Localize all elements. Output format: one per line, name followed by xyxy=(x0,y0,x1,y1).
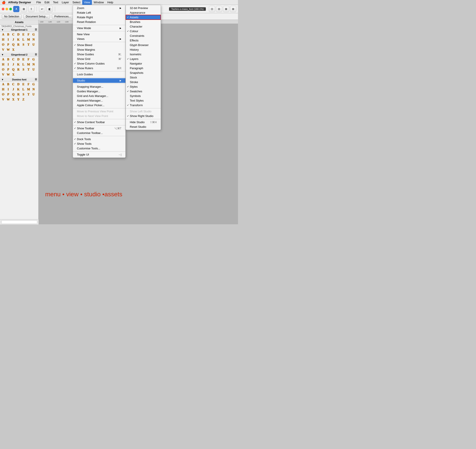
studio-hide-studio[interactable]: Hide Studio ⇧⌘H xyxy=(126,120,161,124)
letter-S-gb2[interactable]: S xyxy=(21,67,26,72)
letter-U-gb1[interactable]: U xyxy=(31,42,36,47)
letter-X-gb2[interactable]: X xyxy=(11,72,16,77)
letter-Z-dom[interactable]: Z xyxy=(21,97,26,102)
letter-P-gb2[interactable]: P xyxy=(6,67,11,72)
letter-O-dom[interactable]: O xyxy=(1,92,6,97)
menu-show-rulers[interactable]: ✓ Show Rulers ⌘R xyxy=(73,66,125,71)
letter-O-gb2[interactable]: O xyxy=(1,67,6,72)
letter-T-dom[interactable]: T xyxy=(26,92,31,97)
letter-J-gb2[interactable]: J xyxy=(11,62,16,67)
letter-H-gb1[interactable]: H xyxy=(1,37,6,42)
menu-new-view[interactable]: New View xyxy=(73,32,125,37)
letter-U-dom[interactable]: U xyxy=(31,92,36,97)
studio-styles[interactable]: ✓ Styles xyxy=(126,84,161,89)
studio-32bit-preview[interactable]: 32-bit Preview xyxy=(126,6,161,10)
letter-F-gb2[interactable]: F xyxy=(26,57,31,62)
studio-isometric[interactable]: Isometric xyxy=(126,52,161,57)
menu-lock-guides[interactable]: Lock Guides xyxy=(73,72,125,77)
minimize-button[interactable] xyxy=(6,8,8,10)
studio-symbols[interactable]: Symbols xyxy=(126,94,161,98)
menu-show-guides[interactable]: Show Guides ⌘; xyxy=(73,52,125,57)
letter-S-gb1[interactable]: S xyxy=(21,42,26,47)
letter-A-dom[interactable]: A xyxy=(1,82,6,87)
letter-X-gb1[interactable]: X xyxy=(11,47,16,52)
studio-constraints[interactable]: Constraints xyxy=(126,34,161,38)
letter-K-gb1[interactable]: K xyxy=(16,37,21,42)
studio-navigator[interactable]: Navigator xyxy=(126,61,161,66)
letter-M-dom[interactable]: M xyxy=(26,87,31,92)
menu-reset-rotation[interactable]: Reset Rotation xyxy=(73,20,125,24)
letter-B-gb2[interactable]: B xyxy=(6,57,11,62)
letter-L-dom[interactable]: L xyxy=(21,87,26,92)
close-button[interactable] xyxy=(2,8,4,10)
letter-I-gb2[interactable]: I xyxy=(6,62,11,67)
preferences-btn[interactable]: Preferences... xyxy=(52,14,73,19)
studio-history[interactable]: History xyxy=(126,47,161,52)
studio-stroke[interactable]: Stroke xyxy=(126,80,161,84)
menu-views[interactable]: Views ▶ xyxy=(73,37,125,41)
share-button[interactable]: ⇪ xyxy=(28,6,34,12)
letter-F-gb1[interactable]: F xyxy=(26,32,31,37)
letter-D-gb2[interactable]: D xyxy=(16,57,21,62)
studio-layers[interactable]: ✓ Layers xyxy=(126,57,161,61)
letter-F-dom[interactable]: F xyxy=(26,82,31,87)
letter-N-gb2[interactable]: N xyxy=(31,62,36,67)
menu-customise-toolbar[interactable]: Customise Toolbar... xyxy=(73,131,125,135)
menubar-layer[interactable]: Layer xyxy=(60,0,71,5)
studio-brushes[interactable]: Brushes xyxy=(126,20,161,24)
letter-P-gb1[interactable]: P xyxy=(6,42,11,47)
letter-R-gb2[interactable]: R xyxy=(16,67,21,72)
menu-dock-tools[interactable]: ✓ Dock Tools xyxy=(73,137,125,141)
studio-colour[interactable]: ✓ Colour xyxy=(126,29,161,34)
letter-I-dom[interactable]: I xyxy=(6,87,11,92)
menu-rotate-left[interactable]: Rotate Left xyxy=(73,10,125,15)
menu-show-bleed[interactable]: ✓ Show Bleed xyxy=(73,43,125,47)
letter-R-dom[interactable]: R xyxy=(16,92,21,97)
letter-K-gb2[interactable]: K xyxy=(16,62,21,67)
letter-H-dom[interactable]: H xyxy=(1,87,6,92)
letter-A-gb2[interactable]: A xyxy=(1,57,6,62)
menubar-help[interactable]: Help xyxy=(106,0,115,5)
menu-show-column-guides[interactable]: ✓ Show Column Guides xyxy=(73,61,125,66)
letter-V-gb1[interactable]: V xyxy=(1,47,6,52)
menu-show-grid[interactable]: Show Grid ⌘' xyxy=(73,57,125,61)
view-btn-2[interactable]: ⊟ xyxy=(216,6,222,12)
letter-P-dom[interactable]: P xyxy=(6,92,11,97)
gingerbread-1-header[interactable]: ▼ Gingerbread 1 ☰ xyxy=(0,28,38,32)
menu-customise-tools[interactable]: Customise Tools... xyxy=(73,146,125,151)
document-setup-btn[interactable]: Document Setup... xyxy=(23,14,50,19)
search-input[interactable] xyxy=(1,220,37,224)
letter-T-gb2[interactable]: T xyxy=(26,67,31,72)
app-name[interactable]: Affinity Designer xyxy=(8,1,31,4)
letter-J-gb1[interactable]: J xyxy=(11,37,16,42)
menu-apple-colour-picker[interactable]: Apple Colour Picker... xyxy=(73,103,125,107)
category-options-1[interactable]: ☰ xyxy=(35,28,37,31)
letter-G-dom[interactable]: G xyxy=(31,82,36,87)
letter-C-gb1[interactable]: C xyxy=(11,32,16,37)
menu-assistant-manager[interactable]: Assistant Manager... xyxy=(73,98,125,103)
letter-N-dom[interactable]: N xyxy=(31,87,36,92)
letter-L-gb1[interactable]: L xyxy=(21,37,26,42)
letter-M-gb1[interactable]: M xyxy=(26,37,31,42)
gingerbread-2-header[interactable]: ▼ Gingerbread 2 ☰ xyxy=(0,53,38,57)
menu-show-context-toolbar[interactable]: ✓ Show Context Toolbar xyxy=(73,120,125,124)
view-btn-4[interactable]: ⊞ xyxy=(230,6,236,12)
menu-view-mode[interactable]: View Mode ▶ xyxy=(73,26,125,30)
menubar-edit[interactable]: Edit xyxy=(43,0,51,5)
menu-studio[interactable]: Studio ▶ xyxy=(73,78,125,83)
grid-button[interactable]: ⊞ xyxy=(21,6,27,12)
category-options-3[interactable]: ☰ xyxy=(35,78,37,81)
letter-Y-dom[interactable]: Y xyxy=(16,97,21,102)
letter-V-gb2[interactable]: V xyxy=(1,72,6,77)
letter-E-gb2[interactable]: E xyxy=(21,57,26,62)
letter-S-dom[interactable]: S xyxy=(21,92,26,97)
menu-show-tools[interactable]: ✓ Show Tools xyxy=(73,141,125,146)
letter-G-gb1[interactable]: G xyxy=(31,32,36,37)
studio-appearance[interactable]: Appearance xyxy=(126,10,161,15)
letter-H-gb2[interactable]: H xyxy=(1,62,6,67)
letter-W-gb1[interactable]: W xyxy=(6,47,11,52)
letter-G-gb2[interactable]: G xyxy=(31,57,36,62)
letter-E-dom[interactable]: E xyxy=(21,82,26,87)
letter-D-gb1[interactable]: D xyxy=(16,32,21,37)
letter-W-gb2[interactable]: W xyxy=(6,72,11,77)
